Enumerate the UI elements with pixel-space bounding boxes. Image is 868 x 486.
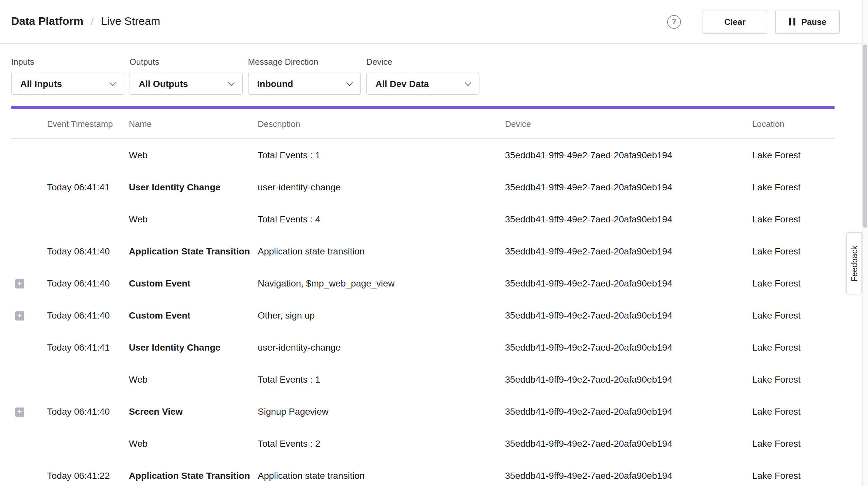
location-cell: Lake Forest [752,342,835,352]
expand-cell: + [11,470,47,481]
device-cell: 35eddb41-9ff9-49e2-7aed-20afa90eb194 [505,470,752,481]
event-name-cell: Web [129,214,258,224]
event-name-cell: Application State Transition [129,470,258,481]
device-cell: 35eddb41-9ff9-49e2-7aed-20afa90eb194 [505,182,752,192]
clear-button-label: Clear [724,17,745,27]
location-cell: Lake Forest [752,310,835,320]
table-row[interactable]: + Web Total Events : 1 35eddb41-9ff9-49e… [11,139,835,171]
device-select[interactable]: All Dev Data [366,72,479,95]
timestamp-cell: Today 06:41:40 [47,310,129,320]
description-cell: Other, sign up [258,310,505,320]
event-table-body: + Web Total Events : 1 35eddb41-9ff9-49e… [11,139,835,486]
table-row[interactable]: + Web Total Events : 1 35eddb41-9ff9-49e… [11,363,835,395]
pause-button[interactable]: Pause [775,9,840,34]
table-row[interactable]: + Today 06:41:40 Screen View Signup Page… [11,395,835,427]
table-header-row: Event Timestamp Name Description Device … [11,109,835,139]
column-header-event-timestamp: Event Timestamp [47,119,129,128]
clear-button[interactable]: Clear [703,9,767,34]
description-cell: Total Events : 1 [258,149,505,160]
expand-cell: + [11,182,47,192]
chevron-down-icon [110,79,116,86]
inputs-select[interactable]: All Inputs [11,72,124,95]
breadcrumb: Data Platform / Live Stream [11,15,160,28]
message-direction-filter-label: Message Direction [248,57,361,67]
expand-cell: + [11,342,47,353]
location-cell: Lake Forest [752,374,835,384]
table-row[interactable]: + Web Total Events : 4 35eddb41-9ff9-49e… [11,203,835,235]
column-header-description: Description [258,119,505,128]
inputs-select-value: All Inputs [20,79,62,89]
event-table: Event Timestamp Name Description Device … [11,109,835,486]
table-row[interactable]: + Today 06:41:40 Application State Trans… [11,235,835,267]
pause-button-label: Pause [801,17,827,27]
event-name-cell: User Identity Change [129,182,258,192]
device-cell: 35eddb41-9ff9-49e2-7aed-20afa90eb194 [505,438,752,448]
description-cell: Application state transition [258,246,505,256]
table-row[interactable]: + Today 06:41:22 Application State Trans… [11,459,835,486]
inputs-filter-label: Inputs [11,57,124,67]
description-cell: Application state transition [258,470,505,481]
table-row[interactable]: + Today 06:41:40 Custom Event Other, sig… [11,299,835,331]
expand-cell: + [11,374,47,385]
table-row[interactable]: + Today 06:41:40 Custom Event Navigation… [11,267,835,299]
device-cell: 35eddb41-9ff9-49e2-7aed-20afa90eb194 [505,214,752,224]
device-cell: 35eddb41-9ff9-49e2-7aed-20afa90eb194 [505,246,752,256]
filter-inputs: Inputs All Inputs [11,57,124,95]
expand-cell: + [11,310,47,321]
expand-cell: + [11,214,47,224]
location-cell: Lake Forest [752,214,835,224]
event-name-cell: Custom Event [129,278,258,288]
loading-bar [11,106,835,109]
timestamp-cell: Today 06:41:40 [47,246,129,256]
event-name-cell: Application State Transition [129,246,258,256]
expand-button[interactable]: + [15,279,24,288]
feedback-tab[interactable]: Feedback [846,232,862,294]
expand-cell: + [11,246,47,256]
description-cell: user-identity-change [258,342,505,352]
breadcrumb-data-platform[interactable]: Data Platform [11,15,84,28]
event-name-cell: Web [129,374,258,384]
chevron-down-icon [228,79,235,86]
filters-bar: Inputs All Inputs Outputs All Outputs Me… [0,44,868,95]
timestamp-cell: Today 06:41:40 [47,406,129,416]
expand-cell: + [11,278,47,288]
table-row[interactable]: + Today 06:41:41 User Identity Change us… [11,171,835,203]
timestamp-cell: Today 06:41:41 [47,342,129,352]
description-cell: Total Events : 4 [258,214,505,224]
timestamp-cell: Today 06:41:41 [47,182,129,192]
description-cell: Navigation, $mp_web_page_view [258,278,505,288]
timestamp-cell: Today 06:41:22 [47,470,129,481]
description-cell: Total Events : 2 [258,438,505,448]
filter-message-direction: Message Direction Inbound [248,57,361,95]
message-direction-select-value: Inbound [257,79,293,89]
feedback-tab-label: Feedback [850,245,859,281]
column-header-location: Location [752,119,835,128]
outputs-filter-label: Outputs [129,57,243,67]
expand-cell: + [11,149,47,160]
filter-device: Device All Dev Data [366,57,479,95]
table-row[interactable]: + Today 06:41:41 User Identity Change us… [11,331,835,363]
message-direction-select[interactable]: Inbound [248,72,361,95]
expand-button[interactable]: + [15,407,24,417]
location-cell: Lake Forest [752,149,835,160]
outputs-select-value: All Outputs [139,79,188,89]
device-cell: 35eddb41-9ff9-49e2-7aed-20afa90eb194 [505,342,752,352]
table-row[interactable]: + Web Total Events : 2 35eddb41-9ff9-49e… [11,427,835,459]
expand-button[interactable]: + [15,311,24,321]
scrollbar-thumb[interactable] [863,44,867,227]
column-header-device: Device [505,119,752,128]
location-cell: Lake Forest [752,406,835,416]
location-cell: Lake Forest [752,470,835,481]
device-select-value: All Dev Data [375,79,429,89]
chevron-down-icon [465,79,471,86]
filter-outputs: Outputs All Outputs [129,57,243,95]
location-cell: Lake Forest [752,278,835,288]
live-stream-page: Data Platform / Live Stream ? Clear Paus… [0,0,868,486]
device-cell: 35eddb41-9ff9-49e2-7aed-20afa90eb194 [505,278,752,288]
description-cell: user-identity-change [258,182,505,192]
description-cell: Signup Pageview [258,406,505,416]
help-icon[interactable]: ? [667,15,681,28]
chevron-down-icon [346,79,353,86]
outputs-select[interactable]: All Outputs [129,72,243,95]
top-bar: Data Platform / Live Stream ? Clear Paus… [0,0,868,44]
